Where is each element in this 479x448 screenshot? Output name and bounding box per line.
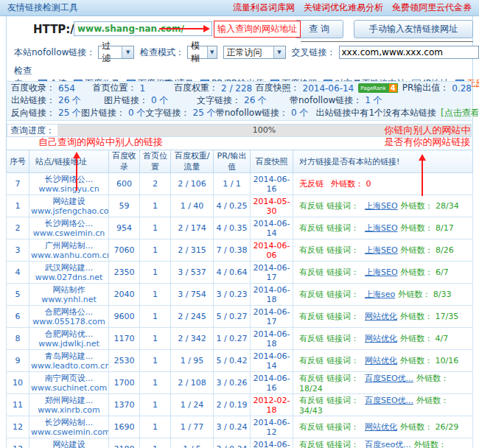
site-name-link[interactable]: 长沙网络公...	[31, 175, 107, 184]
stat-item: 图片链接：0 个	[104, 94, 197, 107]
keyword-link[interactable]: 上海SEO	[365, 245, 398, 255]
table-header-cell: 百度权重/流量	[171, 150, 214, 173]
outlink-count: 外链数： 28/34	[401, 201, 459, 211]
site-url-link[interactable]: www.suchinet.com	[31, 383, 107, 393]
site-cell: 合肥网络公... www.055178.com	[29, 306, 109, 328]
link-word-label: 链接词：	[326, 334, 359, 343]
keyword-link[interactable]: 网站优化	[365, 356, 397, 365]
nofollow-select[interactable]: 过滤 ▼	[98, 46, 134, 59]
site-name-link[interactable]: 长沙网站制...	[31, 418, 107, 427]
keyword-link[interactable]: 百度SEO优...	[365, 396, 413, 405]
site-url-link[interactable]: www.singyu.cn	[31, 184, 107, 194]
stats-row: 出站链接：26 个图片链接：0 个文字链接：26 个带nofollow链接：1 …	[7, 94, 472, 107]
backlink-result-cell: 有反链链接词：网站优化外链数： 26/29	[293, 416, 473, 438]
link-word-label: 链接词：	[326, 290, 359, 299]
site-name-link[interactable]: 合肥网站优...	[31, 329, 107, 339]
keyword-link[interactable]: 上海SEO	[365, 201, 398, 211]
dropdown-panel-edge	[301, 41, 473, 42]
backlink-result-cell: 有反链链接词：百度seo优...外链数： 17/27	[293, 438, 473, 448]
pr-output-cell: 4 / 0.35	[214, 217, 251, 239]
link-word-label: 链接词：	[326, 201, 359, 211]
baidu-collect-cell: 2350	[109, 262, 140, 284]
mode-select-value: 模糊	[191, 40, 205, 65]
cross-link-input[interactable]	[339, 46, 479, 59]
keyword-link[interactable]: 百度seo优...	[365, 440, 411, 448]
keyword-link[interactable]: 网站优化	[365, 422, 397, 432]
access-select[interactable]: 正常访问 ▼	[223, 46, 286, 59]
site-name-link[interactable]: 合肥网络公...	[31, 307, 107, 317]
has-backlink-label: 有反链	[299, 223, 324, 233]
site-name-link[interactable]: 网站制作	[31, 285, 107, 295]
top-link-ciku[interactable]: 流量利器词库网	[233, 1, 295, 14]
table-header-cell: 站点/链接地址	[29, 150, 109, 173]
site-name-link[interactable]: 青岛网站建...	[31, 351, 107, 361]
nofollow-select-value: 过滤	[102, 40, 119, 65]
site-cell: 合肥网站优... www.jdwlkj.net	[29, 328, 109, 350]
keyword-link[interactable]: 百度SEO优...	[365, 374, 413, 383]
has-backlink-label: 有反链	[299, 356, 324, 365]
keyword-link[interactable]: 上海seo	[365, 290, 395, 299]
stat-item: 首页位置：1	[93, 82, 175, 94]
snapshot-date-cell: 2014-06-14	[251, 217, 293, 239]
site-name-link[interactable]: 网站建设	[31, 440, 107, 448]
top-link-aliyun-coupon[interactable]: 免费领阿里云代金券	[392, 1, 472, 14]
site-url-link[interactable]: www.csweimin.cn	[31, 228, 107, 238]
row-number: 13	[7, 438, 29, 448]
pr-output-cell: 7 / 0.38	[214, 239, 251, 262]
baidu-collect-cell: 2530	[109, 350, 140, 372]
row-number: 7	[7, 173, 29, 195]
keyword-link[interactable]: 网站优化	[365, 334, 397, 343]
site-url-link[interactable]: www.xinrb.com	[31, 405, 107, 415]
protocol-label: HTTP://	[33, 23, 78, 36]
view-detail-link[interactable]: [点击查看]	[441, 107, 479, 119]
chevron-down-icon: ▼	[122, 46, 133, 58]
snapshot-date-cell: 2014-06-12	[251, 416, 293, 438]
stat-item: 带nofollow链接：0 个	[216, 107, 309, 119]
access-select-value: 正常访问	[227, 46, 262, 59]
pr-output-cell: 4 / 0.64	[214, 262, 251, 284]
table-row: 9 青岛网站建... www.leadto.com.cn 2530 1 1 / …	[7, 350, 473, 372]
site-name-link[interactable]: 南宁网页设...	[31, 374, 107, 383]
site-name-link[interactable]: 郑州网站建...	[31, 396, 107, 405]
mode-select[interactable]: 模糊 ▼	[187, 46, 217, 59]
baidu-collect-cell: 59	[109, 195, 140, 217]
site-url-link[interactable]: www.jdwlkj.net	[31, 339, 107, 349]
weight-traffic-cell: 2 / 245	[171, 306, 214, 328]
site-url-link[interactable]: www.leadto.com.cn	[31, 361, 107, 371]
has-backlink-label: 有反链	[299, 290, 324, 299]
baidu-collect-cell: 1170	[109, 328, 140, 350]
manual-input-button[interactable]: 手动输入友情链接网址	[354, 20, 473, 38]
annotation-right-line1: 你链向别人的网站中	[380, 125, 475, 136]
keyword-link[interactable]: 网站优化	[365, 312, 397, 321]
backlink-result-cell: 无反链外链数： 0	[293, 173, 473, 195]
query-button[interactable]: 查 询	[295, 20, 343, 38]
backlink-result-cell: 有反链链接词：上海SEO外链数： 8/17	[293, 217, 473, 239]
keyword-link[interactable]: 上海SEO	[365, 223, 398, 233]
snapshot-date-cell: 2014-05-30	[251, 195, 293, 217]
row-number: 11	[7, 394, 29, 416]
link-word-label: 链接词：	[326, 223, 359, 233]
weight-traffic-cell: 3 / 537	[171, 262, 214, 284]
top-link-keyword-analysis[interactable]: 关键词优化难易分析	[304, 1, 383, 14]
site-url-link[interactable]: www.055178.com	[31, 317, 107, 326]
site-url-link[interactable]: www.ynhl.net	[31, 295, 107, 304]
site-url-link[interactable]: www.csweimin.com	[31, 427, 107, 437]
has-backlink-label: 有反链	[299, 334, 324, 343]
home-position-cell: 1	[140, 328, 171, 350]
site-name-link[interactable]: 武汉网站建...	[31, 263, 107, 273]
site-name-link[interactable]: 网站建设	[31, 197, 107, 206]
table-header-cell: 首页位置	[140, 150, 171, 173]
site-url-link[interactable]: www.jsfengchao.com	[31, 206, 107, 216]
annotation-arrow-right-icon	[159, 28, 208, 29]
backlink-result-cell: 有反链链接词：上海SEO外链数： 6/7	[293, 262, 473, 284]
site-name-link[interactable]: 长沙网络公...	[31, 219, 107, 228]
site-url-link[interactable]: www.wanhu.com.cn	[31, 251, 107, 260]
baidu-collect-cell: 3180	[109, 438, 140, 448]
stat-item: 带nofollow链接：1 个	[290, 94, 382, 107]
stats-row: 百度收录：654首页位置：1百度权重：2 / 228百度快照：2014-06-1…	[7, 82, 472, 94]
weight-traffic-cell: 2 / 315	[171, 239, 214, 262]
site-name-link[interactable]: 广州网站制...	[31, 241, 107, 251]
site-url-link[interactable]: www.027dns.net	[31, 273, 107, 282]
keyword-link[interactable]: 上海SEO	[365, 267, 398, 277]
table-header-cell: 百度收录	[109, 150, 140, 173]
